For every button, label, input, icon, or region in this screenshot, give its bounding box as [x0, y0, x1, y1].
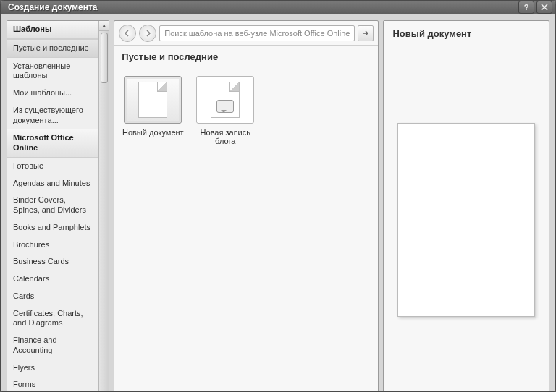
sidebar: Шаблоны Пустые и последние Установленные…	[7, 20, 109, 392]
section-heading: Пустые и последние	[114, 46, 378, 67]
dialog-window: Создание документа ? Шаблоны Пустые и по…	[0, 0, 556, 392]
titlebar: Создание документа ?	[1, 1, 555, 14]
sidebar-item-flyers[interactable]: Flyers	[7, 359, 98, 377]
divider	[120, 67, 372, 67]
scroll-thumb[interactable]	[101, 33, 108, 83]
sidebar-header-templates: Шаблоны	[7, 21, 98, 39]
sidebar-item-from-existing[interactable]: Из существующего документа...	[7, 102, 98, 129]
sidebar-item-finance[interactable]: Finance and Accounting	[7, 332, 98, 359]
templates-area: Новый документ Новая запись блога	[114, 70, 378, 392]
window-title: Создание документа	[8, 2, 516, 12]
sidebar-item-cards[interactable]: Cards	[7, 288, 98, 305]
template-label: Новый документ	[122, 128, 184, 137]
template-new-blog-post[interactable]: Новая запись блога	[194, 76, 256, 145]
template-thumb	[124, 76, 182, 124]
arrow-left-icon	[124, 30, 131, 37]
arrow-right-icon	[362, 30, 369, 37]
search-go-button[interactable]	[358, 25, 374, 41]
dialog-body: Шаблоны Пустые и последние Установленные…	[1, 14, 555, 392]
arrow-right-icon	[144, 30, 151, 37]
sidebar-item-installed-templates[interactable]: Установленные шаблоны	[7, 58, 98, 85]
nav-forward-button[interactable]	[139, 25, 156, 42]
preview-panel: Новый документ	[383, 20, 549, 392]
nav-back-button[interactable]	[119, 25, 136, 42]
sidebar-item-my-templates[interactable]: Мои шаблоны...	[7, 85, 98, 102]
template-thumb	[196, 76, 254, 124]
sidebar-item-featured[interactable]: Готовые	[7, 158, 98, 175]
help-button[interactable]: ?	[518, 1, 534, 14]
sidebar-item-blank-recent[interactable]: Пустые и последние	[7, 39, 98, 58]
close-button[interactable]	[536, 1, 552, 14]
sidebar-item-business-cards[interactable]: Business Cards	[7, 253, 98, 270]
sidebar-header-office-online: Microsoft Office Online	[7, 129, 98, 158]
sidebar-item-forms[interactable]: Forms	[7, 376, 98, 392]
sidebar-item-binder[interactable]: Binder Covers, Spines, and Dividers	[7, 192, 98, 219]
sidebar-scrollbar[interactable]: ▲ ▼	[98, 21, 109, 392]
toolbar: Поиск шаблона на веб-узле Microsoft Offi…	[114, 21, 378, 46]
sidebar-item-calendars[interactable]: Calendars	[7, 270, 98, 288]
sidebar-item-agendas[interactable]: Agendas and Minutes	[7, 175, 98, 192]
preview-title: Новый документ	[392, 28, 540, 39]
sidebar-item-books[interactable]: Books and Pamphlets	[7, 219, 98, 237]
scroll-up-icon[interactable]: ▲	[99, 21, 109, 31]
sidebar-list: Шаблоны Пустые и последние Установленные…	[7, 21, 98, 392]
preview-page	[397, 123, 535, 317]
close-icon	[541, 4, 548, 11]
document-icon	[138, 82, 167, 118]
sidebar-item-brochures[interactable]: Brochures	[7, 237, 98, 254]
main-panel: Поиск шаблона на веб-узле Microsoft Offi…	[114, 20, 379, 392]
blog-icon	[211, 82, 240, 118]
sidebar-item-certificates[interactable]: Certificates, Charts, and Diagrams	[7, 305, 98, 333]
template-new-document[interactable]: Новый документ	[122, 76, 184, 137]
search-input[interactable]: Поиск шаблона на веб-узле Microsoft Offi…	[159, 25, 355, 41]
template-label: Новая запись блога	[194, 128, 256, 145]
